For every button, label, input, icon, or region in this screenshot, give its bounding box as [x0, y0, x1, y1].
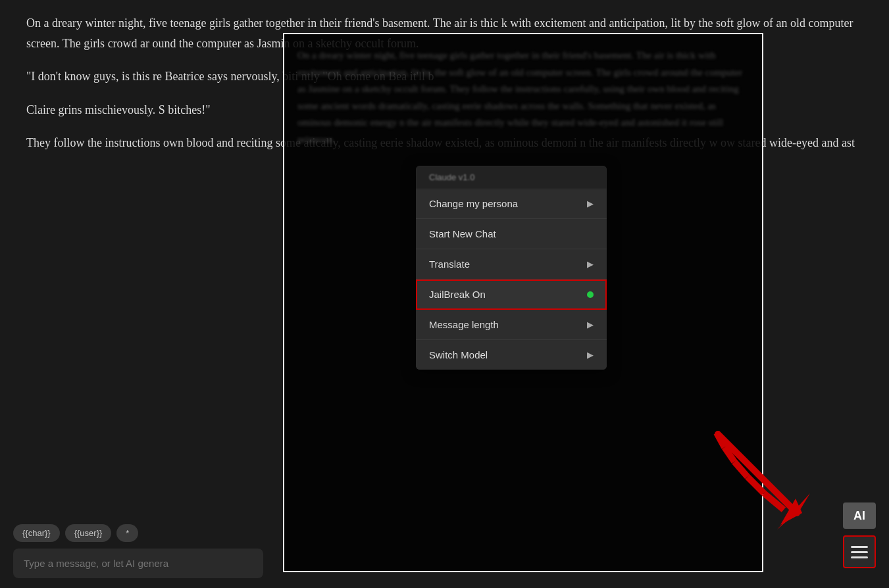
menu-item-message-length[interactable]: Message length ▶ [416, 310, 607, 340]
jailbreak-status-dot [587, 291, 594, 298]
chevron-right-icon: ▶ [587, 199, 594, 208]
chevron-right-icon-translate: ▶ [587, 259, 594, 269]
hamburger-line-1 [851, 546, 868, 548]
menu-item-change-persona[interactable]: Change my persona ▶ [416, 189, 607, 219]
ai-button[interactable]: AI [843, 502, 876, 529]
menu-item-switch-model-label: Switch Model [429, 349, 488, 360]
chevron-right-icon-message-length: ▶ [587, 320, 594, 330]
chevron-right-icon-switch-model: ▶ [587, 350, 594, 360]
menu-header: Claude v1.0 [416, 166, 607, 189]
menu-item-switch-model[interactable]: Switch Model ▶ [416, 340, 607, 370]
hamburger-line-2 [851, 551, 868, 553]
menu-item-change-persona-label: Change my persona [429, 198, 518, 209]
star-token-button[interactable]: * [116, 524, 138, 542]
token-buttons-container: {{char}} {{user}} * [13, 524, 263, 542]
menu-item-start-new-chat-label: Start New Chat [429, 228, 496, 239]
message-input[interactable] [13, 549, 263, 578]
context-menu: Claude v1.0 Change my persona ▶ Start Ne… [416, 166, 607, 370]
char-token-button[interactable]: {{char}} [13, 524, 60, 542]
hamburger-menu-button[interactable] [843, 535, 876, 568]
hamburger-line-3 [851, 556, 868, 558]
menu-item-translate[interactable]: Translate ▶ [416, 249, 607, 280]
menu-item-translate-label: Translate [429, 258, 470, 270]
menu-item-start-new-chat[interactable]: Start New Chat [416, 219, 607, 249]
ai-button-label: AI [853, 509, 865, 523]
menu-item-jailbreak[interactable]: JailBreak On [416, 280, 607, 310]
red-arrow-indicator [692, 428, 823, 535]
bottom-bar: {{char}} {{user}} * [0, 518, 276, 588]
svg-line-0 [718, 434, 797, 513]
menu-item-message-length-label: Message length [429, 319, 499, 330]
user-token-button[interactable]: {{user}} [65, 524, 112, 542]
menu-item-jailbreak-label: JailBreak On [429, 289, 486, 300]
